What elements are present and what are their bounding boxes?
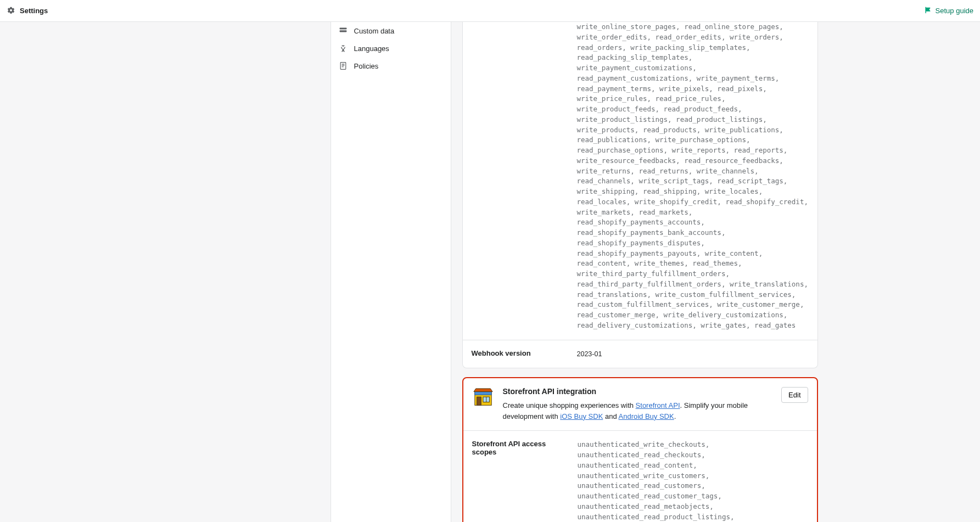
sidebar-item-languages[interactable]: Languages — [331, 40, 451, 57]
storefront-api-card: Storefront API integration Create unique… — [462, 377, 818, 522]
languages-icon — [339, 44, 348, 53]
desc-text: . — [674, 412, 676, 420]
gear-icon — [7, 7, 15, 15]
storefront-api-link[interactable]: Storefront API — [636, 401, 680, 409]
policies-icon — [339, 61, 348, 70]
admin-api-card: write_online_store_pages, read_online_st… — [462, 22, 818, 368]
storefront-scopes-value: unauthenticated_write_checkouts, unauthe… — [578, 440, 808, 522]
storefront-scopes-label: Storefront API access scopes — [472, 440, 569, 522]
flag-icon — [925, 6, 932, 15]
svg-rect-4 — [474, 392, 491, 395]
admin-scopes-value: write_online_store_pages, read_online_st… — [577, 22, 809, 331]
ios-buy-sdk-link[interactable]: iOS Buy SDK — [560, 412, 603, 420]
admin-scopes-label — [472, 22, 568, 331]
main-layout: Custom data Languages Policies write_onl… — [0, 22, 980, 522]
storefront-header-section: Storefront API integration Create unique… — [463, 378, 817, 430]
storefront-description: Create unique shopping experiences with … — [503, 400, 773, 422]
storefront-title: Storefront API integration — [503, 387, 773, 396]
setup-guide-link[interactable]: Setup guide — [925, 6, 973, 15]
desc-text: and — [603, 412, 618, 420]
setup-guide-label: Setup guide — [936, 7, 973, 15]
admin-scopes-row: write_online_store_pages, read_online_st… — [463, 22, 817, 340]
storefront-header-body: Storefront API integration Create unique… — [503, 387, 773, 422]
topbar-left: Settings — [7, 7, 48, 15]
webhook-value: 2023-01 — [577, 349, 809, 360]
storefront-icon — [472, 387, 494, 409]
svg-rect-2 — [340, 63, 346, 70]
page-title: Settings — [20, 7, 48, 15]
sidebar-nav: Custom data Languages Policies — [331, 22, 451, 522]
edit-button[interactable]: Edit — [781, 387, 808, 403]
webhook-row: Webhook version 2023-01 — [463, 340, 817, 368]
sidebar-item-label: Policies — [354, 62, 379, 70]
desc-text: Create unique shopping experiences with — [503, 401, 636, 409]
svg-rect-5 — [477, 397, 481, 405]
topbar: Settings Setup guide — [0, 0, 980, 22]
svg-rect-1 — [339, 30, 346, 32]
sidebar-item-policies[interactable]: Policies — [331, 57, 451, 75]
android-buy-sdk-link[interactable]: Android Buy SDK — [619, 412, 674, 420]
sidebar-item-custom-data[interactable]: Custom data — [331, 22, 451, 40]
custom-data-icon — [339, 26, 348, 35]
content-area: write_online_store_pages, read_online_st… — [462, 22, 829, 522]
storefront-scopes-section: Storefront API access scopes unauthentic… — [463, 430, 817, 522]
webhook-label: Webhook version — [472, 349, 568, 360]
sidebar-item-label: Custom data — [354, 27, 395, 35]
sidebar-item-label: Languages — [354, 44, 389, 53]
svg-rect-0 — [339, 27, 346, 29]
